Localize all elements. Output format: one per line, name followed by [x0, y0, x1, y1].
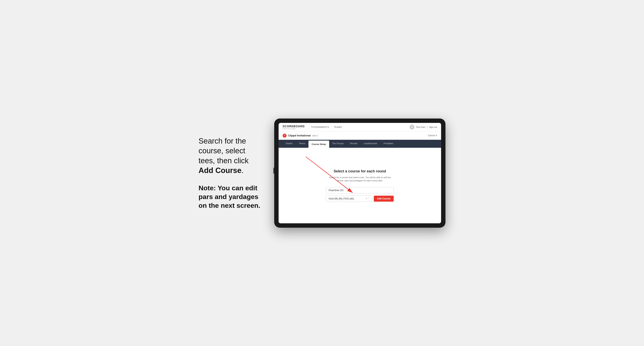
tee-select-value: Gold (M) (M) (7010 yds)	[328, 197, 354, 200]
tablet-screen: SCOREBOARD Powered by clippd TOURNAMENTS…	[278, 123, 441, 223]
tab-results[interactable]: Results	[347, 140, 360, 148]
course-setup-card: Select a course for each round Search fo…	[326, 169, 394, 202]
annotation-panel: Search for the course, select tees, then…	[198, 136, 262, 210]
sign-out-link[interactable]: Sign out	[429, 126, 437, 128]
tablet-device: SCOREBOARD Powered by clippd TOURNAMENTS…	[274, 119, 446, 228]
logo-subtitle: Powered by clippd	[282, 128, 305, 130]
tab-course-setup[interactable]: Course Setup	[308, 141, 329, 148]
nav-teams[interactable]: TEAMS	[334, 126, 342, 128]
cancel-button[interactable]: Cancel ✕	[428, 134, 437, 137]
tab-navigation: Details Teams Course Setup Tee Groups Re…	[278, 140, 441, 148]
tablet-side-button	[274, 168, 274, 173]
header-left: SCOREBOARD Powered by clippd TOURNAMENTS…	[282, 125, 342, 130]
note-text: Note: You can edit pars and yardages on …	[198, 183, 262, 210]
tournament-name: Clippd Invitational	[288, 134, 311, 137]
tab-details[interactable]: Details	[282, 140, 296, 148]
app-header: SCOREBOARD Powered by clippd TOURNAMENTS…	[278, 123, 441, 132]
tee-select[interactable]: Gold (M) (M) (7010 yds) ✕ ⌃	[326, 195, 372, 202]
clear-icon[interactable]: ✕	[366, 197, 367, 200]
tournament-gender: (Men)	[312, 134, 318, 137]
card-description: Search for a course and select a tee. Yo…	[326, 176, 394, 182]
tab-tee-groups[interactable]: Tee Groups	[329, 140, 347, 148]
tee-select-controls: ✕ ⌃	[366, 197, 370, 200]
tee-selector-row: Gold (M) (M) (7010 yds) ✕ ⌃ Add Course	[326, 195, 394, 202]
card-title: Select a course for each round	[326, 169, 394, 173]
header-separator: |	[427, 126, 428, 128]
header-right: R Test User | Sign out	[410, 125, 437, 130]
main-content: Select a course for each round Search fo…	[278, 148, 441, 223]
tournament-bar: C Clippd Invitational (Men) Cancel ✕	[278, 132, 441, 140]
logo-area: SCOREBOARD Powered by clippd	[282, 125, 305, 130]
tab-teams[interactable]: Teams	[296, 140, 308, 148]
instruction-text: Search for the course, select tees, then…	[198, 136, 262, 175]
tournament-icon: C	[282, 134, 286, 138]
chevron-icon[interactable]: ⌃	[368, 197, 370, 200]
user-avatar: R	[410, 125, 414, 130]
add-course-button[interactable]: Add Course	[374, 196, 394, 202]
logo-title: SCOREBOARD	[282, 125, 305, 128]
tab-leaderboards[interactable]: Leaderboards	[360, 140, 380, 148]
header-nav: TOURNAMENTS TEAMS	[311, 126, 342, 128]
user-name: Test User	[416, 126, 425, 128]
tab-printables[interactable]: Printables	[380, 140, 396, 148]
tournament-title: C Clippd Invitational (Men)	[282, 134, 318, 138]
nav-tournaments[interactable]: TOURNAMENTS	[311, 126, 329, 128]
course-search-input[interactable]	[326, 187, 394, 193]
